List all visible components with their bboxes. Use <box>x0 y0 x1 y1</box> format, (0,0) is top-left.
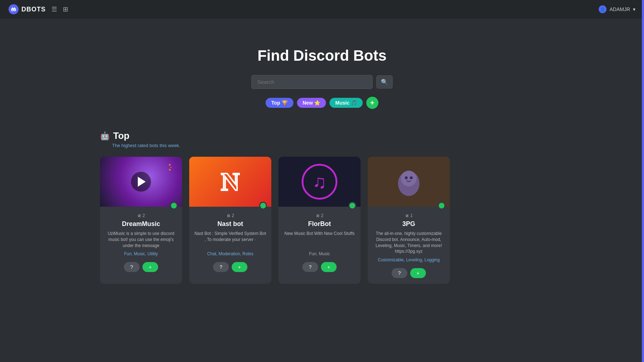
bot-name-dreammusic: DreamMusic <box>105 220 177 228</box>
svg-point-4 <box>14 10 15 11</box>
server-num-3pg: 1 <box>410 213 413 218</box>
dot1 <box>169 164 171 166</box>
filter-tab-add[interactable]: + <box>366 97 378 109</box>
grid-icon[interactable]: ⊞ <box>63 5 68 13</box>
bot-tags-dreammusic: Fun, Music, Utility <box>105 251 177 256</box>
server-icon-3pg: 🖥 <box>405 213 409 218</box>
server-count-3pg: 🖥 1 <box>373 213 445 218</box>
section-title: 🤖 Top <box>100 130 544 141</box>
svg-point-8 <box>405 176 408 179</box>
navbar-left: DBOTS ☰ ⊞ <box>9 4 68 14</box>
bot-desc-florbot: New Music Bot With New Cool Stuffs <box>283 231 356 248</box>
logo[interactable]: DBOTS <box>9 4 46 14</box>
card-footer-dreammusic: ? + <box>100 259 182 272</box>
svg-point-7 <box>401 171 417 186</box>
question-button-3pg[interactable]: ? <box>392 268 407 278</box>
bot-desc-dreammusic: UziMusic is a simple to use discord musi… <box>105 231 177 248</box>
search-row: 🔍 <box>251 75 393 89</box>
username: ADAMJR <box>609 6 630 12</box>
svg-point-9 <box>410 176 413 179</box>
play-triangle <box>138 177 146 187</box>
music-note-icon: ♫ <box>313 172 327 191</box>
section-title-text: Top <box>113 130 130 141</box>
bot-name-florbot: FlorBot <box>283 220 356 228</box>
add-button-3pg[interactable]: + <box>410 268 426 278</box>
server-icon: 🖥 <box>137 213 141 218</box>
bot-name-nast: Nast bot <box>194 220 266 228</box>
deco-dots <box>169 164 171 171</box>
section-header: 🤖 Top The highest rated bots this week. <box>100 130 544 148</box>
section-robot-icon: 🤖 <box>100 131 110 141</box>
top-section: 🤖 Top The highest rated bots this week. <box>0 130 644 284</box>
filter-tab-new[interactable]: New ⭐ <box>297 98 326 108</box>
online-dot-nast <box>259 202 267 210</box>
avatar-florbot: ♫ <box>278 157 361 207</box>
svg-point-3 <box>12 10 13 11</box>
server-num: 2 <box>142 213 145 218</box>
card-body-nast: 🖥 2 Nast bot Nast Bot : Simple Verified … <box>189 207 271 259</box>
filter-tab-top[interactable]: Top 🏆 <box>266 98 293 108</box>
card-footer-florbot: ? + <box>278 259 361 272</box>
bot-desc-3pg: The all-in-one, highly customizable Disc… <box>373 231 445 255</box>
list-icon[interactable]: ☰ <box>51 5 57 13</box>
nast-n-letter: N <box>221 169 240 195</box>
logo-icon <box>9 4 19 14</box>
card-body-dreammusic: 🖥 2 DreamMusic UziMusic is a simple to u… <box>100 207 182 259</box>
bot-name-3pg: 3PG <box>373 220 445 228</box>
filter-tab-music[interactable]: Music 🎵 <box>329 98 363 108</box>
server-count-dreammusic: 🖥 2 <box>105 213 177 218</box>
bot-tags-florbot: Fun, Music <box>283 251 356 256</box>
online-dot-dreammusic <box>170 202 178 210</box>
server-num-nast: 2 <box>232 213 234 218</box>
section-subtitle: The highest rated bots this week. <box>112 143 544 148</box>
bot-card-3pg: 🖥 1 3PG The all-in-one, highly customiza… <box>368 157 450 284</box>
card-image-wrapper-3pg <box>368 157 450 207</box>
svg-rect-5 <box>13 11 14 11</box>
avatar-dreammusic <box>100 157 182 207</box>
question-button-florbot[interactable]: ? <box>302 262 318 272</box>
florbot-circle: ♫ <box>302 164 337 200</box>
server-icon-nast: 🖥 <box>226 213 230 218</box>
server-count-florbot: 🖥 2 <box>283 213 356 218</box>
navbar: DBOTS ☰ ⊞ 👤 ADAMJR ▾ <box>0 0 644 19</box>
dropdown-icon: ▾ <box>633 6 635 12</box>
dot3 <box>169 169 171 171</box>
card-footer-3pg: ? + <box>368 265 450 278</box>
card-footer-nast: ? + <box>189 259 271 272</box>
play-icon <box>131 172 151 192</box>
card-body-3pg: 🖥 1 3PG The all-in-one, highly customiza… <box>368 207 450 265</box>
card-image-wrapper-florbot: ♫ <box>278 157 361 207</box>
server-count-nast: 🖥 2 <box>194 213 266 218</box>
add-button-florbot[interactable]: + <box>321 262 337 272</box>
question-button-dreammusic[interactable]: ? <box>124 262 140 272</box>
search-input[interactable] <box>251 75 373 89</box>
online-dot-florbot <box>348 202 356 210</box>
svg-rect-2 <box>14 7 15 9</box>
question-button-nast[interactable]: ? <box>213 262 229 272</box>
bot-desc-nast: Nast Bot : Simple Verified System Bot , … <box>194 231 266 248</box>
hero-section: Find Discord Bots 🔍 Top 🏆 New ⭐ Music 🎵 … <box>0 19 644 123</box>
add-button-dreammusic[interactable]: + <box>142 262 158 272</box>
bot-card-nast: N 🖥 2 Nast bot Nast Bot : Simple Verifie… <box>189 157 271 284</box>
card-body-florbot: 🖥 2 FlorBot New Music Bot With New Cool … <box>278 207 361 259</box>
3pg-avatar-svg <box>394 166 423 198</box>
server-icon-florbot: 🖥 <box>316 213 320 218</box>
logo-text: DBOTS <box>21 6 46 13</box>
card-image-wrapper-nast: N <box>189 157 271 207</box>
bot-card-florbot: ♫ 🖥 2 FlorBot New Music Bot With New Coo… <box>278 157 361 284</box>
bot-tags-3pg: Customizable, Leveling, Logging <box>373 257 445 262</box>
user-avatar: 👤 <box>599 5 607 13</box>
dot2 <box>170 167 171 168</box>
svg-rect-1 <box>12 7 13 9</box>
hero-title: Find Discord Bots <box>257 47 387 64</box>
filter-tabs: Top 🏆 New ⭐ Music 🎵 + <box>266 97 378 109</box>
add-button-nast[interactable]: + <box>232 262 247 272</box>
bot-card-dreammusic: 🖥 2 DreamMusic UziMusic is a simple to u… <box>100 157 182 284</box>
search-button[interactable]: 🔍 <box>376 75 393 89</box>
bot-cards-row: 🖥 2 DreamMusic UziMusic is a simple to u… <box>100 157 544 284</box>
online-dot-3pg <box>438 202 446 210</box>
avatar-nast: N <box>189 157 271 207</box>
user-menu[interactable]: 👤 ADAMJR ▾ <box>599 5 635 13</box>
card-image-wrapper-dreammusic <box>100 157 182 207</box>
server-num-florbot: 2 <box>321 213 323 218</box>
